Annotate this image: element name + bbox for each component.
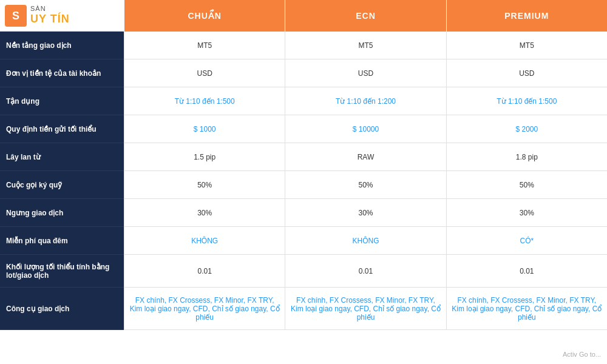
row-label-4: Lây lan từ [0,143,124,171]
cell-row6-col0: 30% [124,199,285,227]
row-label-3: Quy định tiền gửi tối thiểu [0,115,124,143]
cell-row0-col0: MT5 [124,32,285,59]
row-label-1: Đơn vị tiền tệ của tài khoản [0,59,124,87]
row-labels: Nền tảng giao dịchĐơn vị tiền tệ của tài… [0,32,124,330]
row-label-6: Ngưng giao dịch [0,199,124,227]
cell-row1-col1: USD [285,59,446,87]
cell-row3-col0: $ 1000 [124,115,285,143]
logo-area: S SÀN UY TÍN [0,0,124,32]
cell-row8-col2: 0.01 [447,255,607,288]
svg-text:S: S [12,10,19,22]
row-label-8: Khối lượng tối thiểu tính bằng lot/giao … [0,255,124,288]
cell-row4-col0: 1.5 pip [124,143,285,171]
cell-row9-col0: FX chính, FX Crossess, FX Minor, FX TRY,… [124,288,285,330]
cell-row6-col1: 30% [285,199,446,227]
logo-san-label: SÀN [30,5,70,13]
watermark: Activ Go to... [563,351,601,358]
cell-row7-col0: KHÔNG [124,227,285,255]
cell-row1-col2: USD [447,59,607,87]
app-container: S SÀN UY TÍN CHUẨN ECN PREMIUM Nền tảng … [0,0,607,330]
cell-row6-col2: 30% [447,199,607,227]
col-header-premium: PREMIUM [446,0,607,32]
cell-row5-col0: 50% [124,171,285,199]
col-ecn: MT5USDTừ 1:10 đến 1:200$ 10000RAW50%30%K… [285,32,446,330]
column-headers: CHUẨN ECN PREMIUM [124,0,607,32]
cell-row5-col2: 50% [447,171,607,199]
cell-row4-col2: 1.8 pip [447,143,607,171]
cell-row3-col2: $ 2000 [447,115,607,143]
row-label-9: Công cụ giao dịch [0,288,124,330]
row-label-0: Nền tảng giao dịch [0,32,124,59]
cell-row7-col2: CÓ* [447,227,607,255]
cell-row2-col0: Từ 1:10 đến 1:500 [124,87,285,115]
cell-row9-col1: FX chính, FX Crossess, FX Minor, FX TRY,… [285,288,446,330]
cell-row8-col0: 0.01 [124,255,285,288]
cell-row1-col0: USD [124,59,285,87]
col-chuan: MT5USDTừ 1:10 đến 1:500$ 10001.5 pip50%3… [124,32,285,330]
row-label-5: Cuộc gọi ký quỹ [0,171,124,199]
row-label-7: Miễn phí qua đêm [0,227,124,255]
cell-row2-col1: Từ 1:10 đến 1:200 [285,87,446,115]
col-header-chuan: CHUẨN [124,0,285,32]
logo-icon: S [5,5,27,27]
row-label-2: Tận dụng [0,87,124,115]
logo-text: SÀN UY TÍN [30,5,70,26]
logo-uy-tin-label: UY TÍN [30,13,70,26]
col-header-ecn: ECN [285,0,446,32]
cell-row9-col2: FX chính, FX Crossess, FX Minor, FX TRY,… [447,288,607,330]
cell-row5-col1: 50% [285,171,446,199]
cell-row0-col1: MT5 [285,32,446,59]
data-columns: MT5USDTừ 1:10 đến 1:500$ 10001.5 pip50%3… [124,32,607,330]
cell-row0-col2: MT5 [447,32,607,59]
cell-row2-col2: Từ 1:10 đến 1:500 [447,87,607,115]
cell-row7-col1: KHÔNG [285,227,446,255]
header: S SÀN UY TÍN CHUẨN ECN PREMIUM [0,0,607,32]
col-premium: MT5USDTừ 1:10 đến 1:500$ 20001.8 pip50%3… [446,32,607,330]
cell-row4-col1: RAW [285,143,446,171]
cell-row3-col1: $ 10000 [285,115,446,143]
comparison-table: Nền tảng giao dịchĐơn vị tiền tệ của tài… [0,32,607,330]
cell-row8-col1: 0.01 [285,255,446,288]
